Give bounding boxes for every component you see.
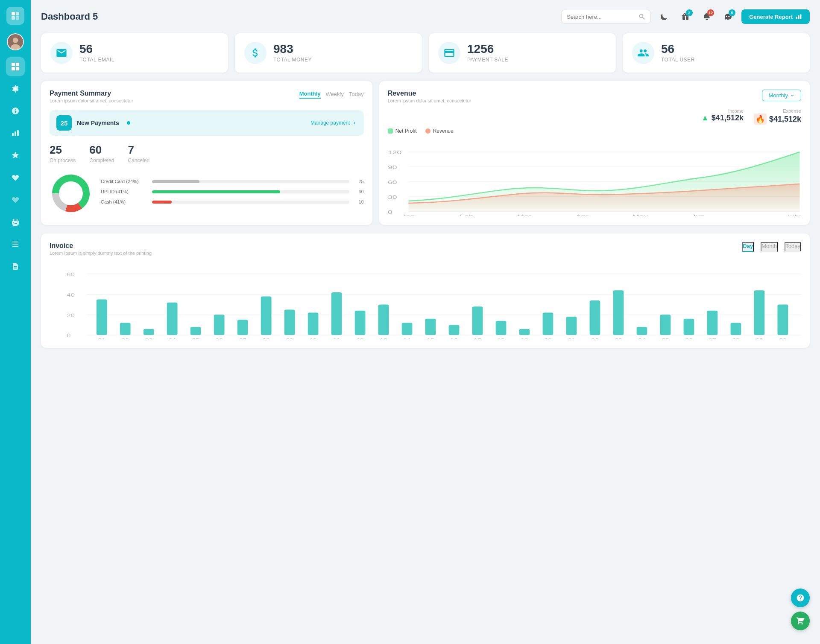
tab-weekly-payment[interactable]: Weekly [326, 90, 344, 99]
invoice-bar [496, 321, 507, 335]
revenue-title: Revenue [388, 90, 472, 97]
svg-text:11: 11 [333, 338, 340, 339]
dark-mode-toggle[interactable] [656, 9, 672, 25]
new-payments-badge: 25 [56, 115, 72, 131]
invoice-bar [402, 323, 413, 335]
svg-text:03: 03 [145, 338, 152, 339]
svg-text:13: 13 [380, 338, 387, 339]
gift-badge: 2 [686, 9, 693, 16]
svg-rect-9 [12, 67, 15, 70]
invoice-bar-chart: 0 20 40 60 01020304050607080910111213141… [50, 262, 801, 339]
sidebar-item-documents[interactable] [6, 257, 25, 276]
svg-text:60: 60 [67, 272, 75, 277]
header: Dashboard 5 2 [41, 9, 810, 25]
inv-tab-today[interactable]: Today [785, 242, 801, 252]
svg-text:26: 26 [685, 338, 692, 339]
total-user-value: 56 [661, 43, 695, 55]
sidebar-item-info[interactable] [6, 102, 25, 120]
sidebar-item-dashboard[interactable] [6, 57, 25, 76]
stat-card-email: 56 TOTAL EMAIL [41, 33, 228, 73]
chat-badge: 5 [729, 9, 735, 16]
revenue-subtitle: Lorem ipsum dolor sit amet, consectetur [388, 98, 472, 103]
bar-row-cash: Cash (41%) 10 [101, 199, 364, 204]
stat-card-money: 983 TOTAL MONEY [235, 33, 422, 73]
invoice-bar [425, 319, 436, 335]
invoice-bar [660, 315, 671, 335]
svg-text:Apr: Apr [576, 214, 589, 216]
generate-report-button[interactable]: Generate Report [741, 9, 810, 24]
svg-text:0: 0 [67, 333, 71, 338]
new-payments-label: New Payments [77, 119, 119, 126]
total-email-label: TOTAL EMAIL [79, 57, 114, 63]
sidebar-item-likes[interactable] [6, 168, 25, 187]
sidebar-item-analytics[interactable] [6, 124, 25, 143]
search-input[interactable] [567, 14, 635, 20]
expense-label: Expense [754, 108, 801, 114]
avatar[interactable] [7, 33, 24, 50]
completed-label: Completed [89, 157, 114, 163]
svg-text:22: 22 [591, 338, 598, 339]
tab-today-payment[interactable]: Today [349, 90, 364, 99]
invoice-bar [144, 329, 154, 335]
invoice-bar [543, 313, 554, 335]
bar-label-upi: UPI ID (41%) [101, 189, 148, 194]
payment-summary-title: Payment Summary [50, 90, 133, 97]
stats-row: 56 TOTAL EMAIL 983 TOTAL MONEY 125 [41, 33, 810, 73]
payment-sale-label: PAYMENT SALE [467, 57, 508, 63]
svg-text:27: 27 [709, 338, 716, 339]
on-process-label: On process [50, 157, 76, 163]
search-box[interactable] [561, 10, 651, 23]
invoice-bar [566, 317, 577, 335]
svg-text:06: 06 [215, 338, 223, 339]
sidebar-item-print[interactable] [6, 213, 25, 231]
svg-text:10: 10 [309, 338, 316, 339]
sidebar [0, 0, 31, 644]
legend-revenue: Revenue [425, 128, 454, 134]
svg-text:01: 01 [98, 338, 105, 339]
bar-track-credit [152, 180, 349, 183]
canceled-label: Canceled [128, 157, 149, 163]
svg-text:02: 02 [122, 338, 129, 339]
float-support-button[interactable] [791, 589, 810, 607]
sidebar-item-heart2[interactable] [6, 190, 25, 209]
invoice-card: Invoice Lorem Ipsum is simply dummy text… [41, 233, 810, 348]
payment-summary-subtitle: Lorem ipsum dolor sit amet, consectetur [50, 98, 133, 103]
svg-rect-10 [16, 67, 19, 70]
svg-text:07: 07 [239, 338, 246, 339]
main-content: Dashboard 5 2 [31, 0, 820, 644]
manage-payment-link[interactable]: Manage payment [310, 120, 357, 126]
invoice-bar [214, 315, 225, 335]
gift-icon-btn[interactable]: 2 [677, 9, 694, 25]
new-payments-dot [127, 121, 130, 125]
sidebar-item-menu[interactable] [6, 235, 25, 254]
tab-monthly-payment[interactable]: Monthly [299, 90, 321, 99]
svg-text:30: 30 [388, 195, 397, 200]
inv-tab-month[interactable]: Month [761, 242, 778, 252]
bar-track-cash [152, 201, 349, 204]
invoice-bar [331, 292, 342, 335]
search-icon [638, 13, 645, 20]
bell-icon-btn[interactable]: 12 [699, 9, 715, 25]
income-label: Income [701, 108, 744, 114]
svg-rect-8 [16, 63, 19, 66]
svg-text:Jun: Jun [691, 214, 704, 216]
invoice-bar [472, 306, 483, 335]
sidebar-item-favorites[interactable] [6, 146, 25, 165]
svg-text:90: 90 [388, 165, 397, 170]
inv-tab-day[interactable]: Day [742, 242, 754, 252]
total-user-label: TOTAL USER [661, 57, 695, 63]
stat-card-user: 56 TOTAL USER [623, 33, 810, 73]
float-cart-button[interactable] [791, 612, 810, 630]
invoice-bar [590, 300, 600, 335]
revenue-monthly-btn[interactable]: Monthly [762, 90, 801, 101]
invoice-bar [519, 329, 530, 335]
invoice-bar [284, 309, 295, 335]
invoice-title: Invoice [50, 242, 152, 250]
chat-icon-btn[interactable]: 5 [720, 9, 736, 25]
svg-text:08: 08 [262, 338, 269, 339]
sidebar-item-settings[interactable] [6, 79, 25, 98]
svg-text:29: 29 [756, 338, 763, 339]
bar-row-credit: Credit Card (24%) 25 [101, 179, 364, 184]
expense-item: Expense 🔥 $41,512k [754, 108, 801, 125]
bar-val-upi: 60 [354, 189, 364, 194]
